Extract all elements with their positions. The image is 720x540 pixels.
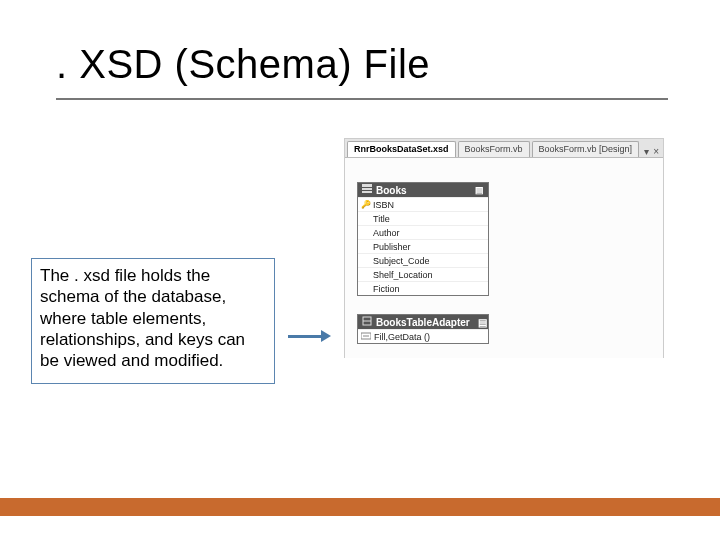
tab-overflow-icon[interactable]: ▾ xyxy=(644,146,649,157)
adapter-menu-icon[interactable]: ▤ xyxy=(478,317,487,328)
table-row[interactable]: Shelf_Location xyxy=(358,267,488,281)
svg-rect-0 xyxy=(362,184,372,187)
field-name: Subject_Code xyxy=(373,256,430,266)
table-row[interactable]: Author xyxy=(358,225,488,239)
table-titlebar: Books ▤ xyxy=(358,183,488,197)
tab-xsd[interactable]: RnrBooksDataSet.xsd xyxy=(347,141,456,157)
designer-canvas: Books ▤ 🔑ISBN Title Author Publisher Sub… xyxy=(345,158,663,358)
tab-close-icon[interactable]: × xyxy=(653,146,659,157)
adapter-method-row[interactable]: Fill,GetData () xyxy=(358,329,488,343)
explanation-text: The . xsd file holds the schema of the d… xyxy=(31,258,275,384)
svg-rect-1 xyxy=(362,188,372,190)
field-name: ISBN xyxy=(373,200,394,210)
table-adapter-box[interactable]: BooksTableAdapter ▤ Fill,GetData () xyxy=(357,314,489,344)
field-name: Author xyxy=(373,228,400,238)
field-name: Publisher xyxy=(373,242,411,252)
vs-designer-screenshot: RnrBooksDataSet.xsd BooksForm.vb BooksFo… xyxy=(344,138,664,358)
table-row[interactable]: Fiction xyxy=(358,281,488,295)
table-row[interactable]: Title xyxy=(358,211,488,225)
field-name: Shelf_Location xyxy=(373,270,433,280)
table-name: Books xyxy=(376,185,407,196)
table-menu-icon[interactable]: ▤ xyxy=(475,185,484,195)
books-table-box[interactable]: Books ▤ 🔑ISBN Title Author Publisher Sub… xyxy=(357,182,489,296)
tab-booksform-vb[interactable]: BooksForm.vb xyxy=(458,141,530,157)
document-tabs: RnrBooksDataSet.xsd BooksForm.vb BooksFo… xyxy=(345,139,663,158)
adapter-icon xyxy=(362,316,372,328)
primary-key-icon: 🔑 xyxy=(361,200,370,209)
svg-rect-2 xyxy=(362,191,372,193)
title-underline xyxy=(56,98,668,100)
page-title: . XSD (Schema) File xyxy=(56,42,430,87)
table-row[interactable]: Publisher xyxy=(358,239,488,253)
pointer-arrow xyxy=(288,330,332,342)
adapter-titlebar: BooksTableAdapter ▤ xyxy=(358,315,488,329)
tab-booksform-design[interactable]: BooksForm.vb [Design] xyxy=(532,141,640,157)
adapter-method: Fill,GetData () xyxy=(374,332,430,342)
slide-footer-accent xyxy=(0,498,720,516)
table-row[interactable]: 🔑ISBN xyxy=(358,197,488,211)
field-name: Fiction xyxy=(373,284,400,294)
field-name: Title xyxy=(373,214,390,224)
table-icon xyxy=(362,184,372,196)
method-icon xyxy=(361,331,371,343)
table-row[interactable]: Subject_Code xyxy=(358,253,488,267)
adapter-name: BooksTableAdapter xyxy=(376,317,470,328)
